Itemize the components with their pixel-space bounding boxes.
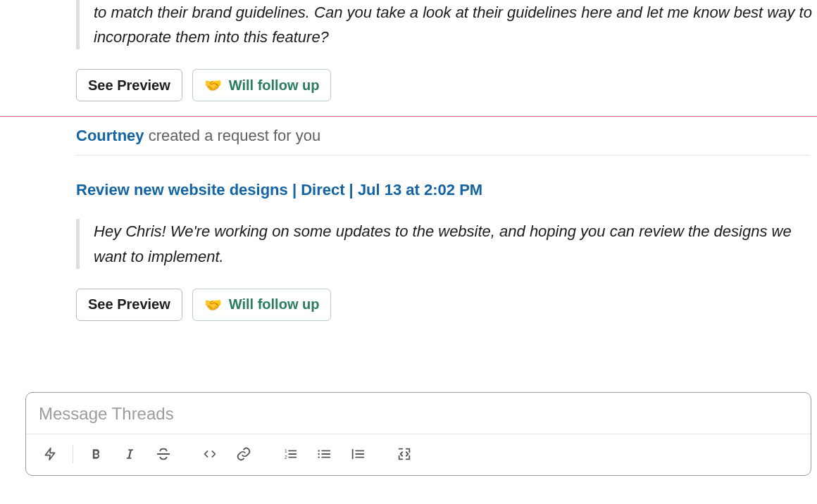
lightning-shortcut-icon[interactable] <box>33 440 67 468</box>
request-header-text: created a request for you <box>144 127 321 144</box>
code-block-icon[interactable] <box>387 440 421 468</box>
message-composer: Message Threads 12 <box>25 392 811 476</box>
svg-point-9 <box>318 450 319 451</box>
will-follow-up-label: Will follow up <box>229 296 320 313</box>
strikethrough-icon[interactable] <box>146 440 180 468</box>
composer-toolbar: 12 <box>26 434 811 475</box>
bold-icon[interactable] <box>79 440 113 468</box>
svg-point-10 <box>318 453 319 455</box>
request-header: Courtney created a request for you <box>76 117 810 156</box>
blockquote-icon[interactable] <box>341 440 375 468</box>
author-link[interactable]: Courtney <box>76 127 144 144</box>
code-icon[interactable] <box>193 440 227 468</box>
handshake-icon: 🤝 <box>204 296 222 313</box>
italic-icon[interactable] <box>113 440 146 468</box>
see-preview-button[interactable]: See Preview <box>76 289 182 321</box>
toolbar-separator <box>73 445 73 463</box>
bulleted-list-icon[interactable] <box>307 440 341 468</box>
will-follow-up-button[interactable]: 🤝 Will follow up <box>192 289 332 321</box>
svg-text:1: 1 <box>285 448 287 454</box>
link-icon[interactable] <box>227 440 261 468</box>
see-preview-button[interactable]: See Preview <box>76 69 182 101</box>
handshake-icon: 🤝 <box>204 77 222 94</box>
will-follow-up-label: Will follow up <box>229 77 320 94</box>
svg-point-11 <box>318 456 319 458</box>
message-actions: See Preview 🤝 Will follow up <box>76 69 817 101</box>
request-title-link[interactable]: Review new website designs | Direct | Ju… <box>76 156 817 219</box>
will-follow-up-button[interactable]: 🤝 Will follow up <box>192 69 332 101</box>
message-quote: Hey Chris! We're working on some updates… <box>76 219 817 268</box>
svg-text:2: 2 <box>285 454 287 460</box>
composer-input[interactable]: Message Threads <box>26 393 811 434</box>
message-actions: See Preview 🤝 Will follow up <box>76 289 817 321</box>
message-quote: to match their brand guidelines. Can you… <box>76 0 817 49</box>
ordered-list-icon[interactable]: 12 <box>273 440 307 468</box>
